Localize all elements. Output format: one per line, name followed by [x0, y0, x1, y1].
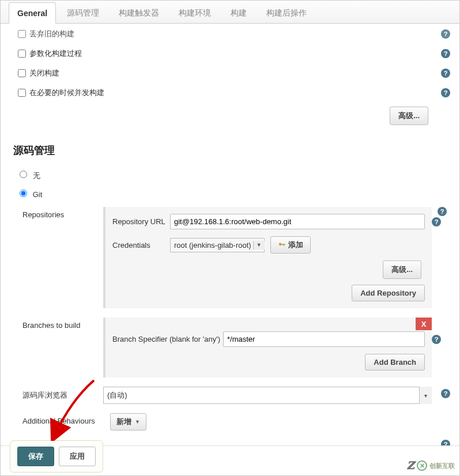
- advanced-general-button[interactable]: 高级...: [390, 107, 428, 125]
- checkbox-discard-old-builds[interactable]: [18, 30, 26, 38]
- tab-general[interactable]: General: [9, 2, 56, 24]
- radio-git[interactable]: [20, 190, 27, 197]
- checkbox-concurrent[interactable]: [18, 89, 26, 97]
- help-icon[interactable]: ?: [432, 335, 441, 344]
- branch-specifier-label: Branch Specifier (blank for 'any'): [112, 335, 223, 343]
- apply-button[interactable]: 应用: [59, 447, 96, 466]
- content-area: 丢弃旧的构建 ? 参数化构建过程 ? 关闭构建 ? 在必要的时候并发构建 ? 高…: [1, 24, 459, 447]
- radio-git-label[interactable]: Git: [17, 190, 42, 199]
- checkbox-disable-label: 关闭构建: [29, 68, 59, 78]
- help-icon[interactable]: ?: [441, 69, 450, 78]
- help-icon[interactable]: ?: [441, 49, 450, 58]
- branch-specifier-input[interactable]: [223, 331, 425, 347]
- tab-env[interactable]: 构建环境: [170, 2, 220, 24]
- checkbox-discard-label: 丢弃旧的构建: [29, 29, 74, 39]
- help-icon[interactable]: ?: [432, 217, 441, 226]
- tab-scm[interactable]: 源码管理: [58, 2, 108, 24]
- help-icon[interactable]: ?: [441, 29, 450, 39]
- help-icon[interactable]: ?: [441, 389, 450, 398]
- save-apply-box: 保存 应用: [10, 440, 103, 473]
- radio-none-label[interactable]: 无: [17, 171, 40, 180]
- repositories-block: ? Repository URL ? Credentials root (jen…: [103, 207, 432, 308]
- add-behaviour-button[interactable]: 新增 ▼: [110, 413, 146, 430]
- branches-block: X Branch Specifier (blank for 'any') ? A…: [103, 318, 432, 377]
- watermark-icon: ℤ: [407, 459, 414, 472]
- scm-section-title: 源码管理: [13, 143, 450, 157]
- footer-bar: 保存 应用 ℤ ✕ 创新互联: [1, 445, 459, 475]
- save-button[interactable]: 保存: [17, 447, 54, 466]
- chevron-down-icon: ▾: [419, 387, 432, 404]
- chevron-down-icon: ▼: [253, 241, 265, 250]
- delete-branch-button[interactable]: X: [416, 318, 432, 330]
- chevron-down-icon: ▼: [135, 419, 140, 425]
- advanced-repo-button[interactable]: 高级...: [383, 260, 421, 279]
- credentials-select[interactable]: root (jenkins-gilab-root): [170, 238, 265, 252]
- branches-label: Branches to build: [22, 318, 103, 330]
- additional-behaviours-label: Additional Behaviours: [22, 413, 110, 425]
- tab-post[interactable]: 构建后操作: [258, 2, 315, 24]
- logo-icon: ✕: [417, 460, 427, 471]
- repositories-label: Repositories: [22, 207, 103, 219]
- radio-none[interactable]: [20, 171, 27, 178]
- tab-build[interactable]: 构建: [222, 2, 255, 24]
- watermark: ℤ ✕ 创新互联: [407, 459, 455, 472]
- checkbox-concurrent-label: 在必要的时候并发构建: [29, 88, 104, 98]
- config-tabs: General 源码管理 构建触发器 构建环境 构建 构建后操作: [1, 1, 459, 24]
- add-branch-button[interactable]: Add Branch: [365, 354, 425, 371]
- repo-url-input[interactable]: [170, 214, 425, 229]
- add-credentials-button[interactable]: 添加: [270, 236, 311, 254]
- add-repository-button[interactable]: Add Repository: [352, 285, 425, 301]
- repo-url-label: Repository URL: [112, 217, 170, 226]
- repo-browser-block: (自动) ▾ ?: [103, 387, 450, 404]
- repo-browser-select[interactable]: (自动): [103, 387, 432, 404]
- help-icon[interactable]: ?: [438, 207, 447, 216]
- checkbox-disable-build[interactable]: [18, 69, 26, 77]
- tab-triggers[interactable]: 构建触发器: [110, 2, 168, 24]
- watermark-text: 创新互联: [429, 462, 455, 470]
- key-icon: [278, 241, 286, 249]
- credentials-label: Credentials: [112, 241, 170, 250]
- checkbox-parameterized-label: 参数化构建过程: [29, 48, 82, 59]
- checkbox-parameterized[interactable]: [18, 50, 26, 58]
- help-icon[interactable]: ?: [441, 88, 450, 97]
- repo-browser-label: 源码库浏览器: [22, 387, 103, 401]
